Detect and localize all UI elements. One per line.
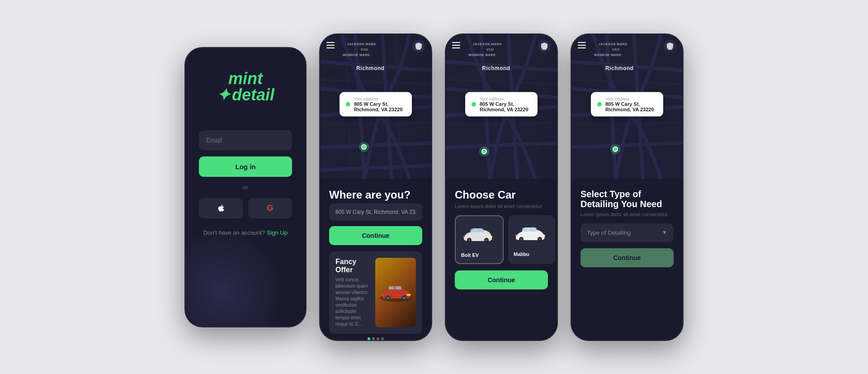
detailing-type-screen: JACKSON WARD MONROE WARD Richmond VCU — [571, 34, 683, 340]
google-icon: G — [267, 204, 273, 213]
location-marker-2 — [359, 142, 369, 152]
map-area-2: JACKSON WARD MONROE WARD Richmond VCU — [320, 34, 431, 179]
offer-image — [375, 258, 416, 327]
shield-badge-4 — [664, 40, 676, 52]
map-label-monroe-2: MONROE WARD — [343, 53, 370, 57]
address-dot-2 — [346, 102, 350, 106]
svg-point-21 — [403, 297, 406, 299]
continue-button-2[interactable]: Continue — [329, 226, 422, 245]
map-label-richmond-2: Richmond — [356, 65, 385, 71]
svg-rect-22 — [407, 294, 410, 296]
detailing-type-dropdown-wrapper: Type of Detailing ▼ — [580, 223, 674, 242]
panel-subtitle-3: Lorem ipsum dolor sit amet consectetur. — [455, 204, 548, 209]
address-label-2: Your Address — [354, 96, 403, 101]
map-label-richmond-4: Richmond — [605, 65, 634, 71]
car-card-bolt[interactable]: Bolt EV — [455, 215, 504, 264]
location-screen: JACKSON WARD MONROE WARD Richmond VCU — [320, 34, 431, 340]
svg-point-19 — [387, 297, 389, 299]
car-name-bolt: Bolt EV — [461, 252, 479, 258]
map-top-bar-3 — [452, 40, 551, 52]
detailing-type-dropdown[interactable]: Type of Detailing ▼ — [580, 223, 674, 242]
car-image-malibu — [514, 221, 550, 248]
address-label-4: Your Address — [605, 96, 654, 101]
or-divider: or — [243, 184, 248, 191]
svg-rect-23 — [381, 294, 384, 296]
svg-rect-33 — [452, 42, 460, 43]
logo-line1: mint — [217, 71, 274, 87]
address-card-map-2: Your Address 805 W Cary St,Richmond, VA … — [340, 92, 412, 116]
signup-link[interactable]: Sign Up — [267, 229, 288, 236]
bolt-ev-svg — [461, 225, 497, 245]
signup-prompt: Don't have an account? Sign Up — [203, 229, 288, 236]
hamburger-icon-2[interactable] — [326, 42, 335, 50]
address-dot-3 — [472, 102, 476, 106]
map-label-monroe-4: MONROE WARD — [594, 53, 621, 57]
svg-point-39 — [468, 239, 471, 241]
cars-row: Bolt EV — [455, 215, 548, 264]
offer-car-svg — [379, 282, 413, 303]
offer-card: Fancy Offer Velit cursus bibendum quam a… — [329, 251, 422, 334]
google-login-button[interactable]: G — [248, 198, 292, 218]
svg-rect-51 — [515, 235, 518, 236]
svg-rect-14 — [326, 47, 335, 48]
hamburger-icon-4[interactable] — [578, 42, 586, 50]
svg-rect-35 — [452, 47, 460, 48]
panel-title-2: Where are you? — [329, 189, 422, 201]
hamburger-icon-3[interactable] — [452, 42, 460, 50]
svg-rect-42 — [489, 236, 492, 238]
panel-title-4: Select Type of Detailing You Need — [580, 189, 674, 209]
svg-rect-37 — [476, 229, 484, 232]
continue-button-3[interactable]: Continue — [455, 270, 548, 289]
logo-line2-text: detail — [232, 87, 274, 103]
svg-point-49 — [539, 238, 541, 241]
phone-login: mint ✦ detail Log in or G — [184, 47, 307, 327]
email-field[interactable] — [199, 130, 292, 150]
offer-title: Fancy Offer — [335, 258, 370, 274]
address-input-2[interactable] — [329, 204, 422, 221]
svg-point-41 — [486, 239, 488, 241]
dropdown-placeholder: Type of Detailing — [587, 229, 631, 236]
svg-rect-36 — [470, 229, 475, 232]
address-value-4: 805 W Cary St,Richmond, VA 23220 — [605, 101, 654, 112]
dot-2 — [372, 337, 375, 340]
screens-container: mint ✦ detail Log in or G — [184, 33, 684, 341]
svg-rect-45 — [529, 228, 537, 232]
social-buttons-row: G — [199, 198, 292, 218]
svg-rect-17 — [395, 286, 401, 289]
shield-badge-2 — [412, 40, 425, 52]
address-label-3: Your Address — [480, 96, 528, 101]
apple-icon — [217, 204, 226, 213]
continue-button-4[interactable]: Continue — [580, 248, 674, 267]
panel-subtitle-4: Lorem ipsum dolor sit amet consectetur. — [580, 212, 674, 217]
svg-rect-34 — [452, 45, 460, 46]
map-area-4: JACKSON WARD MONROE WARD Richmond VCU — [571, 34, 683, 179]
dot-3 — [377, 337, 379, 340]
svg-rect-13 — [326, 45, 335, 46]
logo-star-icon: ✦ — [217, 87, 230, 103]
choose-car-screen: JACKSON WARD MONROE WARD Richmond VCU — [446, 34, 557, 340]
dot-4 — [381, 337, 384, 340]
bottom-panel-4: Select Type of Detailing You Need Lorem … — [571, 179, 683, 340]
address-dot-4 — [597, 102, 602, 106]
shield-badge-3 — [538, 40, 551, 52]
map-top-bar-4 — [578, 40, 676, 52]
login-screen: mint ✦ detail Log in or G — [185, 48, 306, 327]
logo-line2: ✦ detail — [217, 87, 274, 103]
phone-location: JACKSON WARD MONROE WARD Richmond VCU — [319, 33, 432, 341]
offer-description: Velit cursus bibendum quam aenean ullamc… — [335, 277, 370, 327]
car-card-malibu[interactable]: Malibu — [508, 215, 555, 264]
svg-rect-12 — [326, 42, 335, 43]
location-marker-3 — [479, 147, 489, 156]
svg-point-47 — [520, 238, 523, 241]
svg-rect-62 — [578, 45, 586, 46]
panel-title-3: Choose Car — [455, 189, 548, 201]
address-value-3: 805 W Cary St,Richmond, VA 23220 — [480, 101, 528, 112]
phone-detailing-type: JACKSON WARD MONROE WARD Richmond VCU — [571, 33, 684, 341]
map-top-bar-2 — [326, 40, 425, 52]
login-button[interactable]: Log in — [199, 156, 292, 177]
apple-login-button[interactable] — [199, 198, 243, 218]
location-marker-4 — [610, 144, 620, 154]
map-label-monroe-3: MONROE WARD — [468, 53, 495, 57]
phone-choose-car: JACKSON WARD MONROE WARD Richmond VCU — [445, 33, 558, 341]
bottom-panel-2: Where are you? Continue Fancy Offer Veli… — [320, 179, 431, 340]
